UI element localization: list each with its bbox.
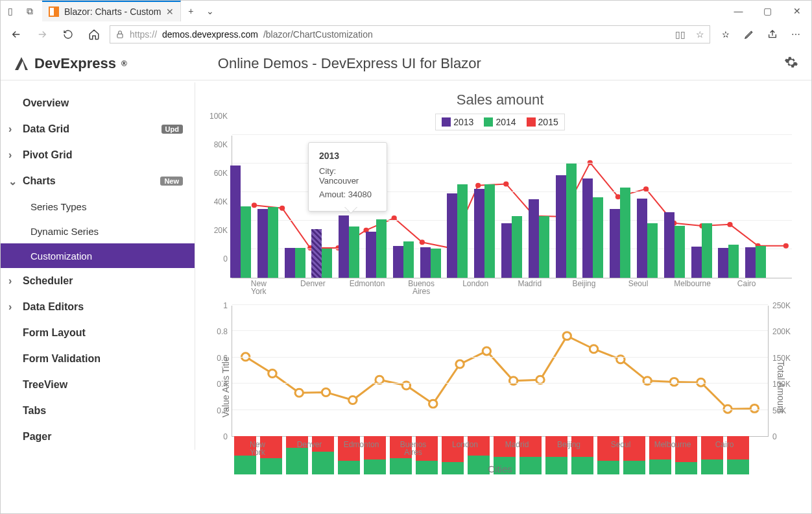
- sidebar-item-formvalidation[interactable]: Form Validation: [1, 346, 195, 372]
- chevron-right-icon: ›: [8, 275, 12, 287]
- new-tab-button[interactable]: +: [181, 6, 200, 16]
- svg-point-4: [280, 206, 285, 211]
- favorite-star-icon[interactable]: ☆: [696, 29, 704, 40]
- tooltip-line1: City: Vancouver: [319, 166, 376, 186]
- home-button[interactable]: [84, 24, 104, 45]
- chart1-title: Sales amount: [204, 92, 796, 108]
- settings-button[interactable]: [784, 55, 798, 71]
- chevron-right-icon: ›: [8, 149, 12, 161]
- svg-rect-2: [117, 34, 123, 38]
- badge-upd: Upd: [161, 125, 183, 134]
- forward-button: [32, 24, 53, 45]
- address-bar: https://demos.devexpress.com/blazor/Char…: [1, 21, 811, 47]
- page-title: Online Demos - DevExpress UI for Blazor: [218, 55, 481, 72]
- svg-point-35: [563, 332, 571, 340]
- sidebar-item-charts[interactable]: ⌄ChartsNew: [1, 168, 195, 194]
- svg-point-12: [503, 181, 508, 186]
- browser-tab[interactable]: Blazor: Charts - Custom ✕: [42, 1, 181, 21]
- svg-point-9: [420, 239, 425, 245]
- svg-point-40: [697, 378, 705, 386]
- brand-logo[interactable]: DevExpress®: [14, 55, 127, 72]
- legend-2013[interactable]: 2013: [442, 117, 473, 127]
- legend-2014[interactable]: 2014: [484, 117, 516, 127]
- notes-icon[interactable]: [739, 24, 759, 45]
- devexpress-logo-icon: [14, 56, 29, 71]
- tab-aside-icon[interactable]: ▯: [1, 6, 20, 16]
- minimize-button[interactable]: —: [724, 1, 753, 21]
- tooltip-title: 2013: [319, 151, 376, 161]
- reading-view-icon[interactable]: ▯▯: [675, 29, 686, 40]
- sidebar-item-formlayout[interactable]: Form Layout: [1, 320, 195, 346]
- badge-new: New: [160, 177, 183, 186]
- back-button[interactable]: [6, 24, 27, 45]
- svg-point-26: [322, 388, 329, 396]
- tab-title: Blazor: Charts - Custom: [64, 6, 161, 17]
- window-titlebar: ▯ ⧉ Blazor: Charts - Custom ✕ + ⌄ — ▢ ✕: [1, 1, 811, 21]
- chevron-down-icon: ⌄: [8, 175, 17, 188]
- url-path: /blazor/ChartCustomization: [263, 29, 373, 40]
- sidebar-item-treeview[interactable]: TreeView: [1, 372, 195, 398]
- content-area: Sales amount 2013 2014 2015 020K40K60K80…: [195, 82, 811, 474]
- close-window-button[interactable]: ✕: [782, 1, 811, 21]
- svg-point-17: [643, 186, 649, 191]
- brand-text: DevExpress: [34, 55, 116, 72]
- tooltip-line2: Amout: 34080: [319, 190, 376, 199]
- svg-point-30: [429, 400, 437, 408]
- url-protocol: https://: [130, 29, 157, 40]
- sidebar-item-overview[interactable]: Overview: [1, 90, 195, 116]
- sidebar-item-datagrid[interactable]: ›Data GridUpd: [1, 116, 195, 142]
- svg-point-3: [252, 202, 257, 208]
- sidebar: Overview ›Data GridUpd ›Pivot Grid ⌄Char…: [1, 82, 195, 450]
- lock-icon: [115, 30, 125, 39]
- legend-2015[interactable]: 2015: [527, 117, 558, 127]
- sidebar-item-series-types[interactable]: Series Types: [1, 194, 195, 219]
- svg-point-42: [750, 404, 758, 412]
- sidebar-item-scheduler[interactable]: ›Scheduler: [1, 268, 195, 294]
- x-axis-title: Cities: [232, 463, 769, 474]
- sidebar-item-pager[interactable]: Pager: [1, 424, 195, 450]
- close-tab-icon[interactable]: ✕: [166, 6, 174, 17]
- favicon-icon: [49, 6, 59, 17]
- chart-tooltip: 2013 City: Vancouver Amout: 34080: [308, 142, 387, 212]
- svg-point-36: [590, 345, 597, 353]
- chevron-right-icon: ›: [8, 123, 12, 135]
- sidebar-item-tabs[interactable]: Tabs: [1, 398, 195, 424]
- url-host: demos.devexpress.com: [162, 29, 258, 40]
- refresh-button[interactable]: [58, 24, 78, 45]
- sidebar-item-dynamic-series[interactable]: Dynamic Series: [1, 219, 195, 243]
- svg-point-32: [483, 347, 490, 355]
- favorites-icon[interactable]: ✫: [715, 24, 736, 45]
- sidebar-item-dataeditors[interactable]: ›Data Editors: [1, 294, 195, 320]
- svg-point-25: [295, 389, 303, 397]
- svg-point-27: [349, 397, 357, 404]
- svg-rect-1: [50, 8, 54, 16]
- svg-point-39: [670, 378, 678, 386]
- normalized-stacked-chart[interactable]: Value Axis Title Total Amount 00.20.40.6…: [232, 306, 769, 474]
- tab-expand-icon[interactable]: ⌄: [200, 6, 220, 16]
- svg-point-11: [475, 183, 481, 188]
- url-input[interactable]: https://demos.devexpress.com/blazor/Char…: [110, 25, 710, 43]
- page-header: DevExpress® Online Demos - DevExpress UI…: [1, 47, 811, 80]
- svg-point-22: [783, 243, 789, 249]
- svg-point-24: [269, 370, 276, 378]
- svg-point-31: [456, 360, 464, 368]
- more-icon[interactable]: ⋯: [785, 24, 806, 45]
- sidebar-item-customization[interactable]: Customization: [1, 243, 195, 268]
- sales-amount-chart[interactable]: 020K40K60K80K100K NewYorkDenverEdmontonB…: [232, 136, 792, 298]
- svg-point-20: [727, 222, 732, 227]
- maximize-button[interactable]: ▢: [753, 1, 782, 21]
- share-icon[interactable]: [762, 24, 783, 45]
- chart-legend: 2013 2014 2015: [435, 114, 565, 130]
- tab-activity-icon[interactable]: ⧉: [20, 6, 40, 17]
- chevron-right-icon: ›: [8, 301, 12, 313]
- sidebar-item-pivotgrid[interactable]: ›Pivot Grid: [1, 142, 195, 168]
